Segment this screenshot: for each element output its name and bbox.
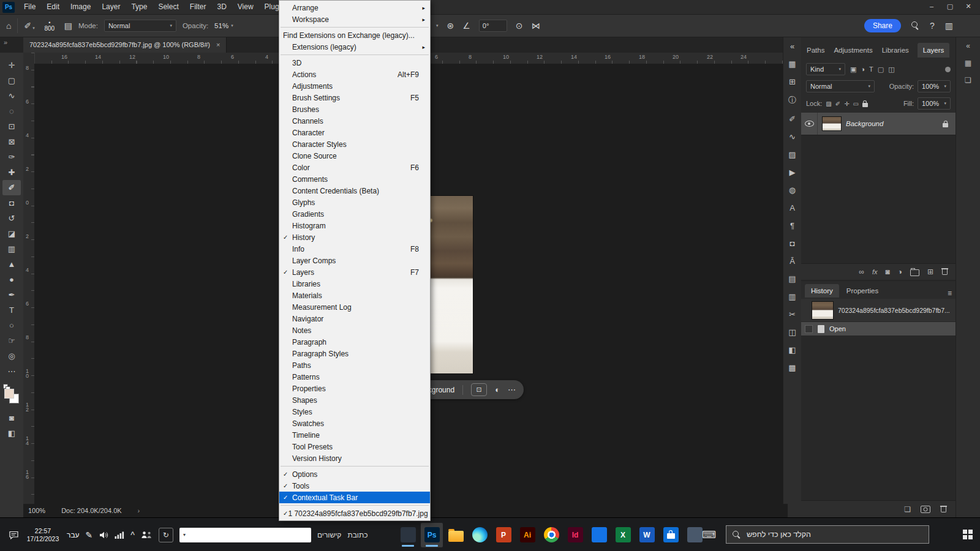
status-chevron-icon[interactable]: › (138, 507, 140, 514)
network-icon[interactable] (115, 531, 124, 539)
window-menu-item-options[interactable]: ✓Options (279, 468, 430, 480)
window-menu-item-character-styles[interactable]: Character Styles (279, 138, 430, 150)
materials-panel-icon[interactable]: ◫ (788, 328, 796, 337)
window-menu-item-layers[interactable]: ✓LayersF7 (279, 266, 430, 278)
new-layer-icon[interactable]: ⊞ (927, 268, 933, 276)
window-menu-item-libraries[interactable]: Libraries (279, 278, 430, 290)
adobe-app-taskbar-button[interactable] (588, 523, 610, 547)
screen-mode-icon[interactable]: ◧ (8, 429, 15, 438)
menu-file[interactable]: File (18, 0, 41, 14)
lock-position-icon[interactable]: ✛ (844, 100, 849, 107)
filter-adjustment-layers-icon[interactable]: ◑ (861, 66, 865, 73)
window-menu-item-actions[interactable]: ActionsAlt+F9 (279, 69, 430, 80)
history-brush-source-well[interactable] (805, 325, 813, 333)
menu-filter[interactable]: Filter (184, 0, 212, 14)
share-button[interactable]: Share (864, 19, 901, 32)
illustrator-taskbar-button[interactable]: Ai (516, 523, 538, 547)
home-icon[interactable]: ⌂ (6, 21, 11, 31)
edit-toolbar-icon[interactable]: ⋯ (2, 364, 21, 379)
mode-dropdown[interactable]: Normal ▾ (104, 20, 176, 32)
photoshop-taskbar-button[interactable]: Ps (421, 523, 443, 547)
hidden-icons-chevron[interactable]: ^ (130, 530, 135, 540)
info-panel-icon[interactable]: ⓘ (788, 95, 796, 106)
swatches-panel-icon[interactable]: ▩ (788, 363, 796, 372)
pen-tool[interactable]: ✒ (2, 287, 21, 302)
window-menu-item-version-history[interactable]: Version History (279, 452, 430, 464)
lock-transparent-icon[interactable]: ▨ (826, 100, 831, 107)
libraries-panel-icon[interactable]: ▤ (788, 274, 796, 283)
brush-size-indicator[interactable]: • 800 (41, 20, 58, 32)
channels-panel-icon[interactable]: ⊞ (789, 77, 796, 86)
layer-row-background[interactable]: Background (801, 113, 956, 135)
window-menu-item-history[interactable]: ✓History (279, 231, 430, 243)
tab-paths[interactable]: Paths (806, 43, 825, 58)
patterns-panel-icon[interactable]: ▨ (788, 150, 796, 159)
photoshop-logo[interactable]: Ps (2, 2, 15, 13)
toolbar-expand-icon[interactable]: » (4, 39, 7, 46)
lock-all-icon[interactable] (862, 103, 868, 107)
smoothing-gear-icon[interactable]: ⊛ (447, 21, 454, 31)
layer-name[interactable]: Background (846, 120, 883, 127)
window-menu-item-1-702324a895fcfa837eb5bcd929fb7fb7-jpg[interactable]: ✓1 702324a895fcfa837eb5bcd929fb7fb7.jpg (279, 508, 430, 519)
action-center-icon[interactable] (9, 530, 19, 540)
indesign-taskbar-button[interactable]: Id (564, 523, 586, 547)
new-adjustment-layer-icon[interactable]: ◑ (898, 268, 902, 276)
clone-source-panel-icon[interactable]: ◘ (790, 239, 795, 248)
window-menu-item-styles[interactable]: Styles (279, 406, 430, 418)
filter-toggle[interactable] (945, 67, 951, 72)
tab-libraries[interactable]: Libraries (881, 43, 910, 58)
window-menu-item-paths[interactable]: Paths (279, 359, 430, 371)
brush-tool[interactable]: ✐ (2, 180, 21, 195)
filter-shape-layers-icon[interactable]: ▢ (878, 66, 884, 73)
window-menu-item-character[interactable]: Character (279, 127, 430, 138)
layer-effects-icon[interactable]: fx (872, 268, 878, 276)
chrome-taskbar-button[interactable] (540, 523, 562, 547)
window-menu-item-brushes[interactable]: Brushes (279, 103, 430, 115)
paragraph-panel-icon[interactable]: ¶ (790, 221, 794, 230)
menu-view[interactable]: View (232, 0, 259, 14)
window-menu-item-find-extensions-on-exchange-legacy[interactable]: Find Extensions on Exchange (legacy)... (279, 29, 430, 41)
address-toolbar-input[interactable]: ▾ (179, 528, 311, 542)
flow-chevron-icon[interactable]: ▾ (436, 23, 439, 28)
more-options-icon[interactable]: ⋯ (508, 385, 516, 394)
task-bar-tool-button[interactable]: ⊡ (471, 383, 487, 396)
delete-layer-icon[interactable] (941, 268, 948, 276)
window-menu-item-color[interactable]: ColorF6 (279, 162, 430, 173)
eraser-tool[interactable]: ◪ (2, 226, 21, 241)
clone-stamp-tool[interactable]: ◘ (2, 195, 21, 211)
window-menu-item-shapes[interactable]: Shapes (279, 394, 430, 406)
opacity-dropdown[interactable]: 51% ▾ (214, 22, 233, 29)
address-toolbar-label[interactable]: כתובת (347, 531, 368, 539)
history-snapshot[interactable]: 702324a895fcfa837eb5bcd929fb7fb7... (801, 299, 956, 322)
blur-tool[interactable]: ● (2, 272, 21, 287)
window-menu-item-materials[interactable]: Materials (279, 290, 430, 301)
color-panel-icon[interactable]: ▦ (788, 59, 796, 69)
window-menu-item-paragraph-styles[interactable]: Paragraph Styles (279, 348, 430, 359)
window-menu-item-extensions-legacy[interactable]: Extensions (legacy)▸ (279, 41, 430, 53)
actions-panel-icon[interactable]: ▶ (790, 168, 796, 177)
menu-image[interactable]: Image (65, 0, 96, 14)
lock-artboard-icon[interactable]: ▭ (853, 100, 859, 107)
brush-settings-toggle-icon[interactable]: ▤ (64, 21, 72, 31)
window-menu-item-arrange[interactable]: Arrange▸ (279, 2, 430, 13)
window-menu-item-info[interactable]: InfoF8 (279, 243, 430, 255)
window-menu-item-notes[interactable]: Notes (279, 324, 430, 336)
windows-ink-icon[interactable]: ✎ (86, 530, 93, 540)
tab-history[interactable]: History (805, 284, 839, 298)
zoom-tool[interactable]: ◎ (2, 348, 21, 364)
color-swatches[interactable] (2, 384, 21, 406)
move-tool[interactable]: ✛ (2, 58, 21, 73)
collapse-panels-icon[interactable]: « (790, 42, 794, 51)
eyedropper-tool[interactable]: ✑ (2, 149, 21, 165)
window-menu-item-gradients[interactable]: Gradients (279, 208, 430, 220)
window-menu-item-layer-comps[interactable]: Layer Comps (279, 255, 430, 266)
hand-tool[interactable]: ☞ (2, 333, 21, 348)
word-taskbar-button[interactable]: W (636, 523, 658, 547)
link-layers-icon[interactable]: ∞ (859, 268, 864, 276)
collapse-dock-icon[interactable]: « (966, 42, 970, 50)
styles-panel-icon[interactable]: ◍ (789, 186, 796, 195)
window-menu-item-timeline[interactable]: Timeline (279, 429, 430, 441)
healing-brush-tool[interactable]: ✚ (2, 165, 21, 180)
glyphs-panel-icon[interactable]: Ā (790, 257, 795, 266)
tab-adjustments[interactable]: Adjustments (833, 43, 873, 58)
